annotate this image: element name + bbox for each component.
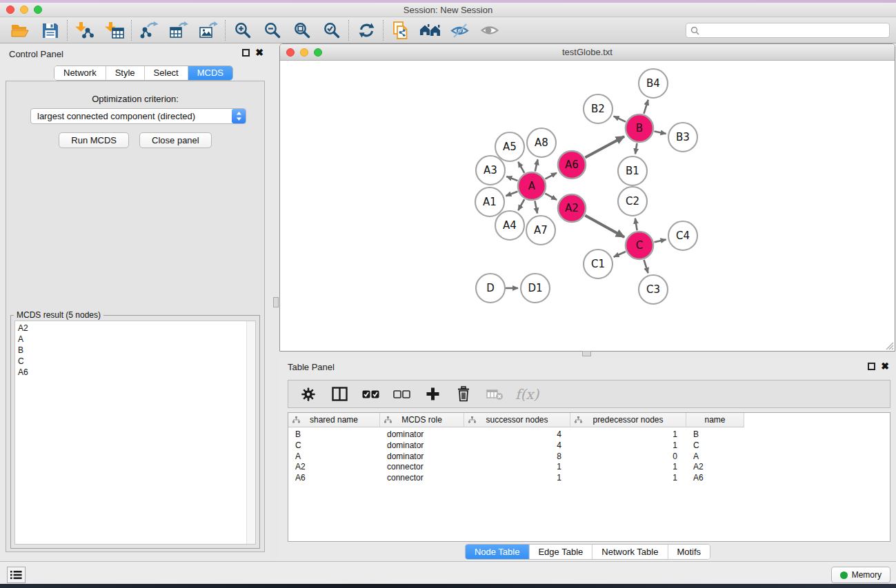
graph-edge-A-A1[interactable] <box>506 192 517 196</box>
optimization-criterion-select[interactable]: largest connected component (directed) <box>30 108 246 124</box>
run-mcds-button[interactable]: Run MCDS <box>59 132 129 148</box>
mcds-result-listbox[interactable]: A2ABCA6 <box>14 321 256 545</box>
table-row[interactable]: Adominator80A <box>288 451 744 462</box>
refresh-button[interactable] <box>351 19 381 41</box>
graph-edge-A2-C[interactable] <box>585 216 624 237</box>
graph-edge-C-C4[interactable] <box>654 239 666 242</box>
delete-table-button[interactable] <box>484 384 505 405</box>
tab-style[interactable]: Style <box>106 66 145 80</box>
graph-node-label: A <box>528 180 536 192</box>
export-network-icon <box>139 21 159 39</box>
network-overview-button[interactable] <box>415 19 445 41</box>
deselect-all-columns-button[interactable] <box>391 384 412 405</box>
export-network-button[interactable] <box>134 19 163 41</box>
task-history-button[interactable] <box>7 567 26 583</box>
tab-select[interactable]: Select <box>145 66 188 80</box>
close-panel-button[interactable]: Close panel <box>139 132 212 148</box>
export-table-button[interactable] <box>163 19 193 41</box>
tab-edge-table[interactable]: Edge Table <box>529 545 593 559</box>
zoom-fit-button[interactable] <box>287 19 317 41</box>
select-all-columns-button[interactable] <box>360 384 381 405</box>
export-image-button[interactable] <box>193 19 223 41</box>
column-header-shared-name[interactable]: shared name <box>288 413 380 427</box>
zoom-selected-button[interactable] <box>317 19 346 41</box>
column-header-MCDS-role[interactable]: MCDS role <box>380 413 464 427</box>
table-float-panel-icon[interactable] <box>868 363 875 370</box>
zoom-selected-icon <box>323 21 341 39</box>
mcds-result-fieldset: MCDS result (5 nodes) A2ABCA6 <box>10 315 260 549</box>
column-layout-button[interactable] <box>329 384 350 405</box>
graph-edge-C-C1[interactable] <box>614 252 626 257</box>
network-window-titlebar[interactable]: testGlobe.txt <box>280 44 895 61</box>
zoom-in-button[interactable] <box>228 19 257 41</box>
mcds-result-item[interactable]: A6 <box>18 367 244 378</box>
table-row[interactable]: Cdominator41C <box>288 440 744 451</box>
table-row[interactable]: A6connector11A6 <box>288 472 744 483</box>
tab-mcds[interactable]: MCDS <box>188 66 232 80</box>
resize-grip-icon[interactable] <box>884 341 894 350</box>
clone-network-button[interactable] <box>386 19 415 41</box>
close-panel-icon[interactable]: ✖ <box>255 49 263 57</box>
plus-icon <box>426 387 440 401</box>
mcds-result-item[interactable]: A2 <box>18 323 244 334</box>
column-header-name[interactable]: name <box>686 413 744 427</box>
hide-panels-button[interactable] <box>445 19 475 41</box>
mcds-result-item[interactable]: C <box>18 356 244 367</box>
tab-network[interactable]: Network <box>54 66 106 80</box>
column-header-successor-nodes[interactable]: successor nodes <box>464 413 570 427</box>
horizontal-splitter-handle[interactable] <box>582 351 591 356</box>
show-graphics-button[interactable] <box>475 19 504 41</box>
add-column-button[interactable] <box>422 384 443 405</box>
hierarchy-icon <box>292 416 300 423</box>
network-canvas[interactable]: AA1A2A3A4A5A6A7A8BB1B2B3B4CC1C2C3C4DD1 <box>280 61 895 351</box>
table-row[interactable]: Bdominator41B <box>288 429 744 440</box>
graph-edge-A-A5[interactable] <box>518 162 524 173</box>
table-cell: A6 <box>686 472 744 483</box>
float-panel-icon[interactable] <box>242 49 250 57</box>
function-builder-button[interactable]: f(x) <box>515 386 539 403</box>
column-header-predecessor-nodes[interactable]: predecessor nodes <box>570 413 686 427</box>
export-table-icon <box>169 21 188 39</box>
save-session-button[interactable] <box>35 19 65 41</box>
graph-edge-A-A3[interactable] <box>506 176 517 181</box>
zoom-out-button[interactable] <box>257 19 287 41</box>
memory-button[interactable]: Memory <box>831 567 890 583</box>
delete-column-button[interactable] <box>453 384 474 405</box>
desktop-strip-bottom <box>0 584 896 588</box>
mcds-result-item[interactable]: B <box>18 345 244 356</box>
graph-edge-A-A6[interactable] <box>545 173 557 179</box>
graph-edge-B-B1[interactable] <box>635 143 637 154</box>
graph-edge-B-B4[interactable] <box>644 100 648 114</box>
table-close-panel-icon[interactable]: ✖ <box>881 363 889 370</box>
graph-edge-B-B2[interactable] <box>614 116 626 122</box>
tab-node-table[interactable]: Node Table <box>466 545 530 559</box>
graph-edge-C-C2[interactable] <box>635 219 637 231</box>
table-cell: B <box>686 429 744 440</box>
import-table-button[interactable] <box>99 19 129 41</box>
vertical-splitter-handle[interactable] <box>273 297 279 307</box>
table-settings-button[interactable] <box>298 384 319 405</box>
zoom-fit-icon <box>293 21 311 39</box>
search-box[interactable] <box>686 23 890 38</box>
graph-edge-A6-B[interactable] <box>585 136 624 158</box>
import-network-button[interactable] <box>70 19 99 41</box>
search-input[interactable] <box>702 26 885 35</box>
list-scrollbar[interactable] <box>246 321 255 544</box>
tab-motifs[interactable]: Motifs <box>668 545 710 559</box>
mcds-result-item[interactable]: A <box>18 334 244 345</box>
control-panel-header: Control Panel ✖ <box>0 43 270 64</box>
graph-edge-A-A7[interactable] <box>535 201 537 214</box>
column-header-label: successor nodes <box>486 415 548 425</box>
zoom-out-icon <box>263 21 281 39</box>
zoom-in-icon <box>234 21 252 39</box>
graph-edge-B-B3[interactable] <box>655 131 666 134</box>
graph-edge-C-C3[interactable] <box>644 260 648 273</box>
hide-panels-icon <box>450 23 469 39</box>
open-session-button[interactable] <box>6 19 35 41</box>
graph-edge-A-A4[interactable] <box>518 199 524 210</box>
table-row[interactable]: A2connector11A2 <box>288 461 744 472</box>
graph-edge-A-A8[interactable] <box>535 159 538 171</box>
tab-network-table[interactable]: Network Table <box>593 545 668 559</box>
graph-edge-A-A2[interactable] <box>545 194 557 200</box>
export-image-icon <box>199 21 218 39</box>
